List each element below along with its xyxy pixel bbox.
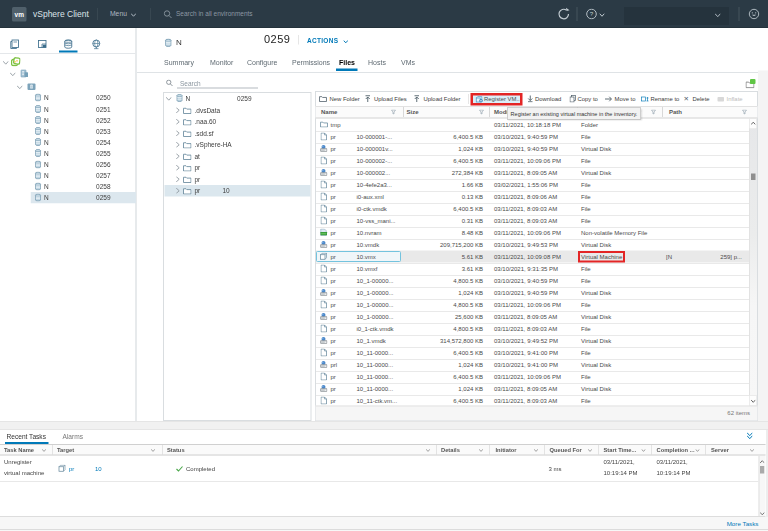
svg-text:?: ?: [590, 10, 594, 17]
